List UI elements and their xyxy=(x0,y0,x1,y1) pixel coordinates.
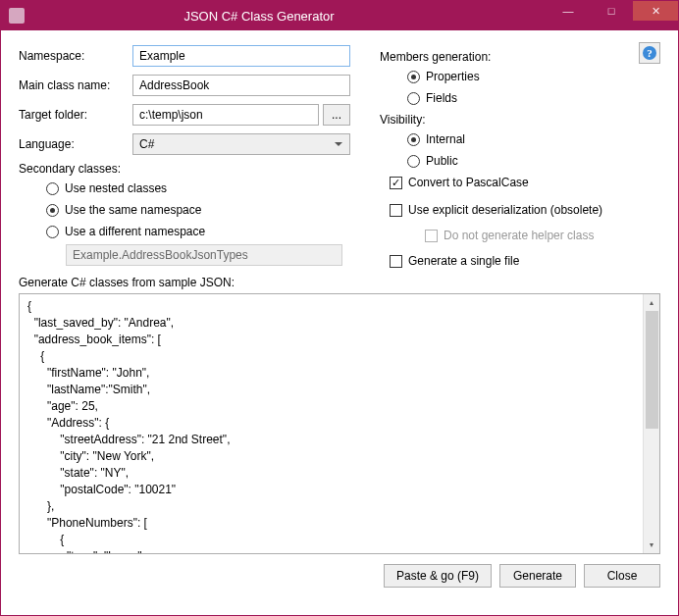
json-textarea[interactable]: { "last_saved_by": "Andrea", "address_bo… xyxy=(20,294,643,553)
main-class-label: Main class name: xyxy=(19,78,132,92)
checkbox-icon xyxy=(390,255,402,268)
radio-icon xyxy=(407,155,420,168)
scroll-thumb[interactable] xyxy=(646,311,658,429)
radio-label: Internal xyxy=(426,132,465,146)
check-single-file[interactable]: Generate a single file xyxy=(390,252,660,270)
radio-label: Use a different namespace xyxy=(65,225,205,238)
namespace-label: Namespace: xyxy=(19,49,132,63)
different-namespace-input xyxy=(66,244,342,266)
titlebar: JSON C# Class Generator — □ ✕ xyxy=(1,1,678,30)
window-buttons: — □ ✕ xyxy=(547,1,678,30)
radio-nested-classes[interactable]: Use nested classes xyxy=(46,180,350,197)
secondary-classes-label: Secondary classes: xyxy=(19,162,350,176)
language-select[interactable]: C# xyxy=(132,133,350,155)
radio-label: Properties xyxy=(426,70,480,83)
scroll-down-icon[interactable]: ▾ xyxy=(644,537,659,553)
maximize-button[interactable]: □ xyxy=(590,1,633,21)
check-no-helper: Do not generate helper class xyxy=(425,227,660,244)
radio-label: Public xyxy=(426,154,458,168)
check-label: Generate a single file xyxy=(408,254,519,268)
checkbox-icon xyxy=(425,230,438,242)
check-label: Do not generate helper class xyxy=(444,229,594,242)
namespace-input[interactable] xyxy=(132,45,350,67)
scroll-up-icon[interactable]: ▴ xyxy=(644,294,659,311)
language-label: Language: xyxy=(19,137,132,151)
radio-icon xyxy=(407,71,420,83)
radio-properties[interactable]: Properties xyxy=(407,68,660,85)
radio-public[interactable]: Public xyxy=(407,152,660,170)
radio-icon xyxy=(46,204,59,217)
radio-label: Use the same namespace xyxy=(65,203,201,217)
check-explicit-deserialization[interactable]: Use explicit deserialization (obsolete) xyxy=(390,201,660,219)
radio-same-namespace[interactable]: Use the same namespace xyxy=(46,201,350,219)
help-icon: ? xyxy=(642,45,657,61)
radio-label: Fields xyxy=(426,91,457,105)
browse-button[interactable]: ... xyxy=(323,104,350,126)
main-class-input[interactable] xyxy=(132,75,350,96)
radio-fields[interactable]: Fields xyxy=(407,89,660,107)
target-folder-input[interactable] xyxy=(132,104,319,126)
language-value: C# xyxy=(139,137,154,151)
radio-label: Use nested classes xyxy=(65,181,167,195)
checkbox-icon xyxy=(390,204,402,217)
svg-text:?: ? xyxy=(647,47,653,59)
minimize-button[interactable]: — xyxy=(547,1,590,21)
close-window-button[interactable]: ✕ xyxy=(633,1,678,21)
radio-icon xyxy=(407,92,420,105)
target-folder-label: Target folder: xyxy=(19,108,132,122)
generate-button[interactable]: Generate xyxy=(499,564,576,588)
paste-go-button[interactable]: Paste & go (F9) xyxy=(384,564,492,588)
radio-icon xyxy=(407,133,420,146)
checkbox-icon xyxy=(390,177,402,189)
radio-internal[interactable]: Internal xyxy=(407,130,660,148)
members-generation-label: Members generation: xyxy=(380,50,660,64)
scrollbar[interactable]: ▴ ▾ xyxy=(643,294,659,553)
radio-icon xyxy=(46,226,59,238)
json-textarea-container: { "last_saved_by": "Andrea", "address_bo… xyxy=(19,293,660,554)
radio-different-namespace[interactable]: Use a different namespace xyxy=(46,223,350,240)
check-pascalcase[interactable]: Convert to PascalCase xyxy=(390,174,660,191)
radio-icon xyxy=(46,182,59,195)
close-button[interactable]: Close xyxy=(584,564,660,588)
check-label: Use explicit deserialization (obsolete) xyxy=(408,203,602,217)
visibility-label: Visibility: xyxy=(380,113,660,127)
check-label: Convert to PascalCase xyxy=(408,176,529,189)
help-button[interactable]: ? xyxy=(639,42,660,64)
json-sample-label: Generate C# classes from sample JSON: xyxy=(19,276,660,289)
window-title: JSON C# Class Generator xyxy=(0,9,547,24)
